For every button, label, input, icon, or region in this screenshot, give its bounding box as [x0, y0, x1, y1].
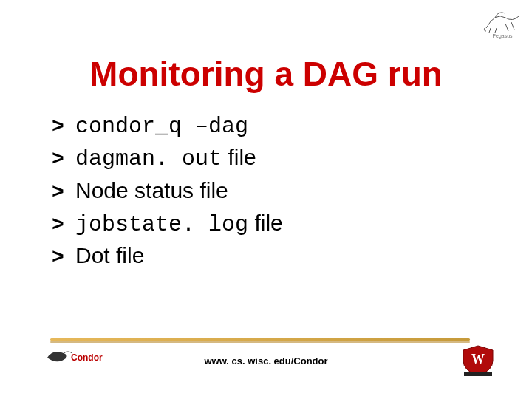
bullet-marker-icon: > — [52, 114, 75, 140]
page-title: Monitoring a DAG run — [0, 54, 532, 94]
list-item: > Node status file — [52, 177, 466, 206]
footer-url: www. cs. wisc. edu/Condor — [0, 355, 532, 366]
footer-divider — [50, 338, 470, 343]
bullet-marker-icon: > — [52, 180, 75, 206]
bullet-marker-icon: > — [52, 146, 75, 173]
bullet-list: > condor_q –dag > dagman. out file > Nod… — [52, 111, 466, 274]
list-item: > jobstate. log file — [52, 209, 466, 239]
list-item-text: Dot file — [75, 242, 144, 270]
bullet-marker-icon: > — [52, 245, 75, 271]
list-item: > dagman. out file — [52, 143, 466, 173]
plain-text: file — [222, 145, 256, 169]
list-item: > condor_q –dag — [52, 111, 466, 140]
list-item-text: Node status file — [75, 177, 228, 205]
list-item: > Dot file — [52, 242, 466, 271]
list-item-text: jobstate. log file — [75, 209, 283, 239]
code-text: dagman. out — [75, 146, 222, 171]
list-item-text: condor_q –dag — [75, 111, 248, 140]
code-text: jobstate. log — [75, 212, 248, 237]
list-item-text: dagman. out file — [75, 143, 256, 173]
bullet-marker-icon: > — [52, 212, 75, 239]
plain-text: file — [248, 211, 283, 235]
code-text: condor_q –dag — [75, 114, 248, 139]
svg-rect-1 — [464, 372, 492, 376]
slide: Pegasus Monitoring a DAG run > condor_q … — [0, 0, 532, 399]
pegasus-logo: Pegasus — [480, 6, 525, 41]
